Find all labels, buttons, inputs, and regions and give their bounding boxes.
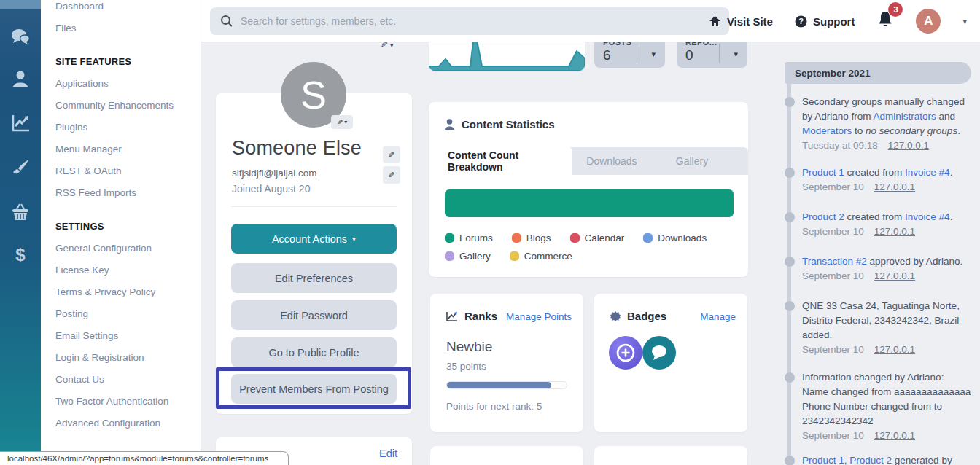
activity-meta: Tuesday at 09:18127.0.0.1 xyxy=(802,140,974,151)
activity-link[interactable]: Transaction #2 xyxy=(802,256,867,267)
notification-count-badge: 3 xyxy=(888,2,903,17)
sidebar-item-login-registration[interactable]: Login & Registration xyxy=(55,346,201,368)
activity-ip-link[interactable]: 127.0.0.1 xyxy=(874,270,915,281)
sidebar-item-general-configuration[interactable]: General Configuration xyxy=(55,237,201,259)
legend-dot xyxy=(445,233,454,243)
search-bar[interactable] xyxy=(210,7,729,35)
edit-preferences-button[interactable]: Edit Preferences xyxy=(231,263,397,293)
search-input[interactable] xyxy=(241,15,693,27)
sidebar-item-contact-us[interactable]: Contact Us xyxy=(55,368,201,390)
sidebar-item-community-enhancements[interactable]: Community Enhancements xyxy=(55,94,201,116)
sidebar-item-advanced-configuration[interactable]: Advanced Configuration xyxy=(55,412,201,434)
activity-meta: September 10127.0.0.1 xyxy=(802,181,974,192)
legend-item-forums: Forums xyxy=(445,229,493,247)
sidebar-section-settings: SETTINGS xyxy=(55,215,201,237)
activity-link[interactable]: Moderators xyxy=(802,125,852,136)
sidebar-item-posting[interactable]: Posting xyxy=(55,302,201,324)
svg-text:?: ? xyxy=(798,17,804,26)
tab-gallery[interactable]: Gallery xyxy=(652,147,732,175)
badges-card: Badges Manage xyxy=(594,294,747,432)
manage-badges-link[interactable]: Manage xyxy=(700,311,736,322)
activity-month-header: September 2021 xyxy=(785,62,971,84)
activity-link[interactable]: Administrators xyxy=(874,111,936,122)
activity-link[interactable]: Product 1, Product 2 xyxy=(802,455,892,465)
sidebar-item-plugins[interactable]: Plugins xyxy=(55,116,201,138)
legend-dot xyxy=(510,251,519,261)
members-icon[interactable] xyxy=(0,64,41,93)
sidebar-item-terms-privacy-policy[interactable]: Terms & Privacy Policy xyxy=(55,281,201,302)
timeline-dot xyxy=(785,212,795,222)
content-breakdown-bar xyxy=(445,189,734,217)
customization-brush-icon[interactable] xyxy=(0,153,41,182)
member-icon xyxy=(445,119,454,130)
caret-down-icon xyxy=(352,235,356,243)
billing-dollar-icon[interactable]: $ xyxy=(0,241,41,270)
activity-link[interactable]: Invoice #4 xyxy=(905,211,950,222)
store-basket-icon[interactable] xyxy=(0,198,41,227)
chat-icon[interactable] xyxy=(0,23,41,52)
content-statistics-card: Content Statistics Content Count Breakdo… xyxy=(429,102,748,277)
activity-ip-link[interactable]: 127.0.0.1 xyxy=(874,430,915,441)
legend-dot xyxy=(643,233,653,243)
tab-downloads[interactable]: Downloads xyxy=(572,147,652,175)
rail-active-item[interactable] xyxy=(0,0,41,9)
home-icon xyxy=(709,15,721,27)
activity-text: Product 1, Product 2 generated by xyxy=(802,453,974,465)
rank-points: 35 points xyxy=(446,361,486,372)
timeline-dot xyxy=(785,97,795,107)
sidebar-item-two-factor-authentication[interactable]: Two Factor Authentication xyxy=(55,390,201,412)
sidebar-item-rest-oauth[interactable]: REST & OAuth xyxy=(55,160,201,181)
sidebar-item-files[interactable]: Files xyxy=(55,17,201,39)
timeline-line xyxy=(788,84,791,465)
activity-ip-link[interactable]: 127.0.0.1 xyxy=(874,181,915,192)
avatar-edit-button[interactable] xyxy=(331,115,353,129)
activity-ip-link[interactable]: 127.0.0.1 xyxy=(874,226,915,237)
activity-date: September 10 xyxy=(802,270,864,281)
edit-password-button[interactable]: Edit Password xyxy=(231,300,397,330)
divider xyxy=(231,206,397,207)
stat-box-repo[interactable]: REPO...0 xyxy=(677,42,747,68)
edit-name-button[interactable] xyxy=(383,146,400,163)
prevent-members-from-posting-button[interactable]: Prevent Members From Posting xyxy=(231,374,397,404)
stats-icon[interactable] xyxy=(0,109,41,138)
notifications-button[interactable]: 3 xyxy=(876,10,894,32)
manage-points-link[interactable]: Manage Points xyxy=(506,311,572,322)
timeline-dot xyxy=(785,301,795,311)
caret-down-icon[interactable] xyxy=(734,50,738,59)
user-menu-chevron-icon[interactable] xyxy=(962,17,967,26)
sidebar-item-applications[interactable]: Applications xyxy=(55,72,201,94)
tab-content-count-breakdown[interactable]: Content Count Breakdown xyxy=(429,147,572,175)
activity-link[interactable]: Product 2 xyxy=(802,211,844,222)
activity-meta: September 10127.0.0.1 xyxy=(802,270,974,281)
legend-item-commerce: Commerce xyxy=(510,247,572,265)
edit-link[interactable]: Edit xyxy=(379,448,397,459)
sidebar-item-menu-manager[interactable]: Menu Manager xyxy=(55,138,201,160)
user-avatar[interactable]: A xyxy=(916,9,941,34)
activity-text: QNE 33 Casa 24, Taguatinga Norte, Distri… xyxy=(802,299,974,343)
activity-log-item: Transaction #2 approved by Adriano.Septe… xyxy=(802,254,974,281)
member-joined-date: Joined August 20 xyxy=(232,183,310,195)
activity-link[interactable]: Invoice #4 xyxy=(905,167,950,178)
activity-link[interactable]: Product 1 xyxy=(802,167,844,178)
visit-site-button[interactable]: Visit Site xyxy=(709,15,773,28)
go-to-public-profile-button[interactable]: Go to Public Profile xyxy=(231,337,397,367)
sidebar-item-dashboard[interactable]: Dashboard xyxy=(55,0,201,17)
activity-ip-link[interactable]: 127.0.0.1 xyxy=(874,344,915,355)
activity-date: September 10 xyxy=(802,344,864,355)
activity-text: Secondary groups manually changed by Adr… xyxy=(802,95,974,138)
chat-bubble-badge[interactable] xyxy=(642,336,676,370)
stat-box-posts[interactable]: POSTS6 xyxy=(594,42,665,68)
sidebar-item-license-key[interactable]: License Key xyxy=(55,259,201,281)
chart-legend: ForumsBlogsCalendarDownloadsGalleryComme… xyxy=(445,229,736,265)
sidebar-item-rss-feed-imports[interactable]: RSS Feed Imports xyxy=(55,181,201,203)
caret-down-icon[interactable] xyxy=(651,50,656,59)
edit-email-button[interactable] xyxy=(383,166,400,184)
sidebar-item-email-settings[interactable]: Email Settings xyxy=(55,324,201,346)
plus-circle-badge[interactable] xyxy=(609,336,642,370)
activity-log-item: QNE 33 Casa 24, Taguatinga Norte, Distri… xyxy=(802,299,974,355)
activity-date: September 10 xyxy=(802,226,864,237)
account-actions-button[interactable]: Account Actions xyxy=(231,224,397,254)
activity-ip-link[interactable]: 127.0.0.1 xyxy=(888,140,929,151)
edit-dropdown-remnant[interactable] xyxy=(381,42,394,48)
support-button[interactable]: ? Support xyxy=(795,15,855,28)
